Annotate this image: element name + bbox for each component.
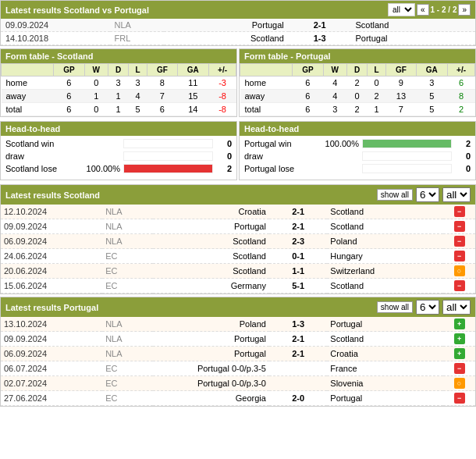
latest-portugal-section: Latest results Portugal show all 6 all 1… xyxy=(0,297,476,407)
result-away: Scotland xyxy=(351,19,476,32)
form-gp: 6 xyxy=(54,76,84,90)
form-header: D xyxy=(346,64,367,76)
latest-portugal-controls: show all 6 all xyxy=(377,300,471,315)
result-score xyxy=(269,361,327,376)
form-gf: 9 xyxy=(386,76,416,90)
table-row: 27.06.2024 EC Georgia 2-0 Portugal − xyxy=(1,391,475,406)
h2h-label: draw xyxy=(5,151,80,161)
form-gp: 6 xyxy=(293,90,323,103)
result-icon-cell: − xyxy=(443,234,475,249)
h2h-label: Portugal lose xyxy=(244,164,318,173)
result-away: Portugal xyxy=(327,317,443,332)
result-date: 12.10.2024 xyxy=(1,205,102,219)
result-icon: + xyxy=(454,348,465,359)
latest-scotland-table: 12.10.2024 NLA Croatia 2-1 Scotland − 09… xyxy=(1,205,475,294)
top-results-header: Latest results Scotland vs Portugal all … xyxy=(1,1,475,19)
result-away: Hungary xyxy=(327,249,443,264)
form-d: 3 xyxy=(108,76,128,90)
h2h-bar-container xyxy=(362,151,452,161)
h2h-bar-container xyxy=(123,164,213,173)
form-ga: 15 xyxy=(177,90,208,103)
h2h-bar-container xyxy=(123,151,213,161)
h2h-pct: 100.00% xyxy=(321,139,359,148)
scotland-all-select[interactable]: all xyxy=(442,187,471,202)
form-l: 0 xyxy=(368,76,386,90)
result-comp: EC xyxy=(102,264,153,279)
table-row: 15.06.2024 EC Germany 5-1 Scotland − xyxy=(1,279,475,294)
result-date: 06.09.2024 xyxy=(1,347,102,361)
result-icon: − xyxy=(454,221,465,232)
form-w: 4 xyxy=(323,76,346,90)
result-score: 2-1 xyxy=(289,19,351,32)
form-scotland-title: Form table - Scotland xyxy=(5,52,93,61)
form-gf: 7 xyxy=(147,90,177,103)
form-header: W xyxy=(84,64,108,76)
result-icon: + xyxy=(454,318,465,329)
form-diff: -3 xyxy=(209,76,236,90)
form-header: GF xyxy=(386,64,416,76)
h2h-label: draw xyxy=(244,151,318,161)
scotland-count-select[interactable]: 6 xyxy=(416,187,439,202)
table-row: 12.10.2024 NLA Croatia 2-1 Scotland − xyxy=(1,205,475,219)
result-score: 2-3 xyxy=(269,234,327,249)
h2h-portugal-rows: Portugal win 100.00% 2 draw 0 Portugal l… xyxy=(240,136,475,180)
result-icon-cell: − xyxy=(443,391,475,406)
top-filter-select[interactable]: all xyxy=(388,3,415,16)
form-header: +/- xyxy=(448,64,475,76)
nav-prev-btn[interactable]: « xyxy=(417,4,429,16)
table-row: home 6 4 2 0 9 3 6 xyxy=(240,76,475,90)
h2h-row: Scotland win 0 xyxy=(5,139,232,148)
result-icon-cell: − xyxy=(443,249,475,264)
form-w: 0 xyxy=(84,103,108,116)
table-row: 09.09.2024 NLA Portugal 2-1 Scotland − xyxy=(1,219,475,234)
h2h-portugal-section: Head-to-head Portugal win 100.00% 2 draw… xyxy=(239,121,476,180)
form-diff: 6 xyxy=(448,76,475,90)
result-date: 02.07.2024 xyxy=(1,376,102,391)
form-header: GP xyxy=(293,64,323,76)
top-results-table: 09.09.2024 NLA Portugal 2-1 Scotland 14.… xyxy=(1,19,475,45)
result-date: 09.09.2024 xyxy=(1,19,110,32)
latest-portugal-title: Latest results Portugal xyxy=(5,303,98,312)
h2h-portugal-title: Head-to-head xyxy=(244,124,299,133)
latest-scotland-title: Latest results Scotland xyxy=(5,190,100,200)
result-icon: ○ xyxy=(454,265,465,276)
portugal-all-select[interactable]: all xyxy=(442,300,471,315)
result-comp: EC xyxy=(102,279,153,294)
form-d: 0 xyxy=(346,90,367,103)
h2h-label: Portugal win xyxy=(244,139,318,148)
form-tables-section: Form table - Scotland GPWDLGFGA+/- home … xyxy=(0,48,476,119)
show-all-portugal-btn[interactable]: show all xyxy=(377,301,413,313)
form-d: 2 xyxy=(346,103,367,116)
form-gp: 6 xyxy=(54,90,84,103)
form-portugal-title: Form table - Portugal xyxy=(244,52,331,61)
result-home: Scotland xyxy=(153,264,269,279)
form-header: W xyxy=(323,64,346,76)
result-date: 14.10.2018 xyxy=(1,32,110,45)
result-icon-cell: − xyxy=(443,279,475,294)
result-date: 06.07.2024 xyxy=(1,361,102,376)
result-away: Switzerland xyxy=(327,264,443,279)
form-ga: 14 xyxy=(177,103,208,116)
result-icon: − xyxy=(454,363,465,374)
h2h-row: draw 0 xyxy=(244,151,471,161)
form-portugal-section: Form table - Portugal GPWDLGFGA+/- home … xyxy=(239,48,476,117)
result-score: 2-0 xyxy=(269,391,327,406)
show-all-scotland-btn[interactable]: show all xyxy=(377,189,413,201)
h2h-bar-container xyxy=(123,139,213,148)
result-away: Slovenia xyxy=(327,376,443,391)
result-date: 15.06.2024 xyxy=(1,279,102,294)
latest-portugal-table: 13.10.2024 NLA Poland 1-3 Portugal + 09.… xyxy=(1,317,475,406)
result-home: Portugal xyxy=(153,332,269,347)
page-info: 1 - 2 / 2 xyxy=(431,5,457,14)
table-row: 09.09.2024 NLA Portugal 2-1 Scotland xyxy=(1,19,475,32)
result-comp: NLA xyxy=(102,332,153,347)
result-home: Portugal xyxy=(153,219,269,234)
form-w: 3 xyxy=(323,103,346,116)
portugal-count-select[interactable]: 6 xyxy=(416,300,439,315)
table-row: 02.07.2024 EC Portugal 0-0/p.3-0 Sloveni… xyxy=(1,376,475,391)
h2h-count: 0 xyxy=(455,164,471,173)
result-date: 09.09.2024 xyxy=(1,332,102,347)
form-scotland-section: Form table - Scotland GPWDLGFGA+/- home … xyxy=(0,48,237,117)
nav-next-btn[interactable]: » xyxy=(458,4,471,16)
table-row: away 6 4 0 2 13 5 8 xyxy=(240,90,475,103)
